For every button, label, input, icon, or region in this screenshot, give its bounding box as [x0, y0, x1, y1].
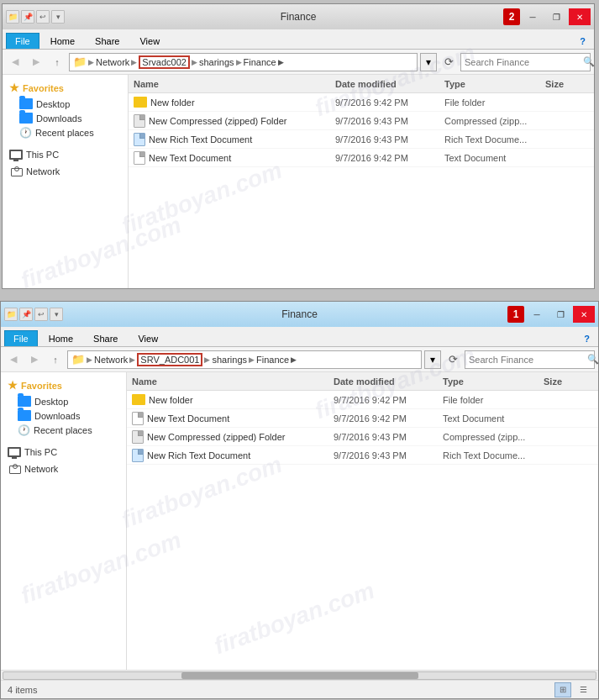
search-input-1[interactable]	[465, 57, 581, 67]
sidebar-downloads-1[interactable]: Downloads	[3, 111, 128, 125]
desktop-label-2: Desktop	[34, 397, 68, 407]
path-sharings-2[interactable]: sharings	[212, 355, 247, 365]
quick-access-icon-2[interactable]: 📁	[4, 308, 18, 321]
file-list-header-1: Name Date modified Type Size	[129, 75, 594, 93]
tab-view-1[interactable]: View	[130, 33, 169, 49]
table-row[interactable]: New Compressed (zipped) Folder 9/7/2016 …	[127, 428, 598, 446]
hscroll-thumb-2[interactable]	[181, 672, 418, 679]
view-list-btn-2[interactable]: ☰	[575, 682, 591, 697]
path-finance-1[interactable]: Finance	[244, 57, 276, 67]
title-bar-2: 📁 📌 ↩ ▾ Finance 1 ─ ❐ ✕	[1, 302, 598, 327]
sidebar-downloads-2[interactable]: Downloads	[1, 408, 126, 423]
table-row[interactable]: New Text Document 9/7/2016 9:42 PM Text …	[129, 149, 594, 167]
downloads-label-2: Downloads	[34, 411, 80, 421]
quick-access-dropdown-1[interactable]: ▾	[51, 10, 65, 24]
tab-view-2[interactable]: View	[129, 330, 167, 346]
help-btn-2[interactable]: ?	[579, 331, 595, 346]
this-pc-header-2[interactable]: This PC	[1, 445, 126, 459]
this-pc-header-1[interactable]: This PC	[3, 148, 128, 161]
monitor-icon-2	[8, 447, 21, 457]
col-size-header-1[interactable]: Size	[540, 79, 594, 89]
tab-file-2[interactable]: File	[4, 330, 38, 346]
downloads-folder-icon-2	[18, 410, 31, 421]
forward-btn-2[interactable]: ▶	[25, 350, 44, 369]
favorites-header-1[interactable]: ★ Favorites	[3, 79, 128, 97]
sidebar-desktop-2[interactable]: Desktop	[1, 394, 126, 408]
back-btn-2[interactable]: ◀	[4, 350, 23, 369]
path-server-2[interactable]: SRV_ADC001	[137, 353, 202, 366]
tab-file-1[interactable]: File	[6, 33, 39, 49]
help-btn-1[interactable]: ?	[575, 34, 591, 49]
sidebar-recent-2[interactable]: 🕐 Recent places	[1, 423, 126, 438]
restore-btn-1[interactable]: ❐	[545, 8, 567, 25]
search-icon-2[interactable]: 🔍	[587, 354, 599, 365]
title-bar-icons-2: 📁 📌 ↩ ▾	[4, 308, 63, 321]
close-btn-2[interactable]: ✕	[573, 306, 595, 323]
search-box-1[interactable]: 🔍	[460, 53, 591, 71]
col-type-header-1[interactable]: Type	[439, 79, 540, 89]
col-name-header-2[interactable]: Name	[127, 376, 328, 387]
tab-share-1[interactable]: Share	[86, 33, 129, 49]
minimize-btn-1[interactable]: ─	[522, 8, 544, 25]
col-size-header-2[interactable]: Size	[539, 376, 598, 387]
quick-access-dropdown-2[interactable]: ▾	[50, 308, 63, 321]
network-icon-2	[8, 464, 21, 474]
path-finance-2[interactable]: Finance	[256, 355, 289, 365]
favorites-section-1: ★ Favorites Desktop Downloads 🕐 Recent p…	[3, 79, 128, 140]
network-icon-1	[9, 166, 23, 176]
path-sharings-1[interactable]: sharings	[199, 57, 234, 67]
col-type-header-2[interactable]: Type	[438, 376, 539, 387]
address-bar-1: ◀ ▶ ↑ 📁 ▶ Network ▶ Srvadc002 ▶ sharings…	[3, 50, 594, 75]
back-btn-1[interactable]: ◀	[6, 53, 24, 71]
favorites-header-2[interactable]: ★ Favorites	[1, 376, 126, 394]
title-bar-icons-1: 📁 📌 ↩ ▾	[6, 10, 65, 24]
sidebar-network-2[interactable]: Network	[1, 462, 126, 476]
sidebar-desktop-1[interactable]: Desktop	[3, 97, 128, 111]
address-dropdown-2[interactable]: ▾	[424, 350, 441, 369]
search-icon-1[interactable]: 🔍	[583, 56, 595, 67]
forward-btn-1[interactable]: ▶	[27, 53, 45, 71]
view-grid-btn-2[interactable]: ⊞	[554, 682, 571, 697]
path-network-1[interactable]: Network	[96, 57, 129, 67]
sidebar-network-1[interactable]: Network	[3, 165, 128, 178]
table-row[interactable]: New folder 9/7/2016 9:42 PM File folder	[129, 93, 594, 112]
col-date-header-1[interactable]: Date modified	[330, 79, 439, 89]
address-dropdown-1[interactable]: ▾	[420, 53, 437, 71]
quick-access-pin-1[interactable]: 📌	[21, 10, 34, 24]
minimize-btn-2[interactable]: ─	[526, 306, 548, 323]
quick-access-pin-2[interactable]: 📌	[19, 308, 33, 321]
table-row[interactable]: New Compressed (zipped) Folder 9/7/2016 …	[129, 112, 594, 130]
table-row[interactable]: New Rich Text Document 9/7/2016 9:43 PM …	[127, 446, 598, 465]
up-btn-2[interactable]: ↑	[46, 350, 65, 369]
address-path-1[interactable]: 📁 ▶ Network ▶ Srvadc002 ▶ sharings ▶ Fin…	[69, 53, 418, 71]
tab-home-1[interactable]: Home	[41, 33, 84, 49]
table-row[interactable]: New Rich Text Document 9/7/2016 9:43 PM …	[129, 130, 594, 149]
up-btn-1[interactable]: ↑	[48, 53, 66, 71]
refresh-btn-1[interactable]: ⟳	[439, 53, 458, 71]
col-date-header-2[interactable]: Date modified	[328, 376, 438, 387]
refresh-btn-2[interactable]: ⟳	[444, 350, 462, 369]
path-chevron-3-2: ▶	[249, 355, 255, 364]
path-server-1[interactable]: Srvadc002	[139, 55, 190, 69]
restore-btn-2[interactable]: ❐	[549, 306, 571, 323]
close-btn-1[interactable]: ✕	[569, 8, 591, 25]
quick-access-undo-1[interactable]: ↩	[36, 10, 50, 24]
file-list-header-2: Name Date modified Type Size	[127, 372, 598, 391]
search-box-2[interactable]: 🔍	[465, 350, 595, 369]
path-network-2[interactable]: Network	[94, 355, 128, 365]
tab-home-2[interactable]: Home	[39, 330, 82, 346]
col-name-header-1[interactable]: Name	[129, 79, 330, 89]
hscroll-2[interactable]	[1, 670, 598, 680]
address-path-2[interactable]: 📁 ▶ Network ▶ SRV_ADC001 ▶ sharings ▶ Fi…	[67, 350, 422, 369]
quick-access-undo-2[interactable]: ↩	[34, 308, 48, 321]
path-arrow-2: ▶	[291, 355, 297, 364]
sidebar-recent-1[interactable]: 🕐 Recent places	[3, 125, 128, 140]
search-input-2[interactable]	[469, 355, 585, 365]
quick-access-icon-1[interactable]: 📁	[6, 10, 19, 24]
hscroll-track-2[interactable]	[3, 671, 596, 680]
path-chevron-1-2: ▶	[129, 355, 135, 364]
rtf-icon-1-2	[134, 133, 145, 146]
tab-share-2[interactable]: Share	[84, 330, 127, 346]
table-row[interactable]: New Text Document 9/7/2016 9:42 PM Text …	[127, 409, 598, 428]
table-row[interactable]: New folder 9/7/2016 9:42 PM File folder	[127, 391, 598, 409]
